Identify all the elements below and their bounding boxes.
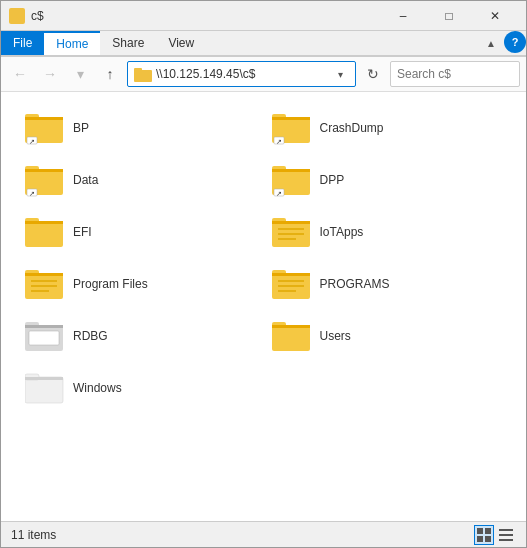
svg-rect-56 — [485, 536, 491, 542]
svg-rect-19 — [272, 169, 310, 172]
ribbon-collapse-button[interactable]: ▲ — [478, 31, 504, 55]
search-box[interactable]: 🔍 — [390, 61, 520, 87]
address-folder-icon — [134, 66, 152, 82]
view-list-button[interactable] — [496, 525, 516, 545]
file-item-iotapps[interactable]: IoTApps — [264, 206, 511, 258]
svg-rect-9 — [272, 117, 310, 120]
toolbar: ← → ▾ ↑ \\10.125.149.45\c$ ▾ ↻ 🔍 — [1, 57, 526, 92]
title-bar: c$ – □ ✕ — [1, 1, 526, 31]
window-title: c$ — [31, 9, 44, 23]
folder-icon-efi — [25, 215, 65, 249]
grid-view-icon — [477, 528, 491, 542]
folder-icon-rdbg — [25, 319, 65, 353]
file-name-bp: BP — [73, 121, 89, 135]
folder-icon-iotapps — [272, 215, 312, 249]
file-item-program-files[interactable]: Program Files — [17, 258, 264, 310]
files-grid: ↗ BP ↗ CrashDump ↗ Data ↗ DPP EFI — [17, 102, 510, 414]
svg-text:↗: ↗ — [276, 138, 282, 145]
title-folder-icon — [9, 8, 25, 24]
file-item-crashdump[interactable]: ↗ CrashDump — [264, 102, 511, 154]
svg-text:↗: ↗ — [276, 190, 282, 197]
view-grid-button[interactable] — [474, 525, 494, 545]
svg-rect-59 — [499, 539, 513, 541]
refresh-button[interactable]: ↻ — [360, 61, 386, 87]
dropdown-button[interactable]: ▾ — [67, 61, 93, 87]
svg-rect-54 — [485, 528, 491, 534]
folder-icon-program-files — [25, 267, 65, 301]
ribbon-tabs: File Home Share View ▲ ? — [1, 31, 526, 56]
folder-icon-users — [272, 319, 312, 353]
ribbon: File Home Share View ▲ ? — [1, 31, 526, 57]
file-item-efi[interactable]: EFI — [17, 206, 264, 258]
folder-icon-programs — [272, 267, 312, 301]
file-item-rdbg[interactable]: RDBG — [17, 310, 264, 362]
file-name-iotapps: IoTApps — [320, 225, 364, 239]
file-area: ↗ BP ↗ CrashDump ↗ Data ↗ DPP EFI — [1, 92, 526, 521]
file-name-data: Data — [73, 173, 98, 187]
file-name-efi: EFI — [73, 225, 92, 239]
file-name-users: Users — [320, 329, 351, 343]
svg-rect-39 — [272, 273, 310, 276]
tab-share[interactable]: Share — [100, 31, 156, 55]
folder-icon-crashdump: ↗ — [272, 111, 312, 145]
folder-icon-bp: ↗ — [25, 111, 65, 145]
title-bar-left: c$ — [9, 8, 44, 24]
status-bar: 11 items — [1, 521, 526, 547]
svg-rect-47 — [272, 325, 310, 351]
svg-rect-1 — [134, 68, 142, 72]
svg-rect-33 — [25, 273, 63, 276]
svg-rect-45 — [25, 325, 63, 328]
file-name-programs: PROGRAMS — [320, 277, 390, 291]
close-button[interactable]: ✕ — [472, 1, 518, 31]
tab-home[interactable]: Home — [44, 31, 100, 55]
svg-rect-22 — [25, 221, 63, 247]
minimize-button[interactable]: – — [380, 1, 426, 31]
tab-view[interactable]: View — [156, 31, 206, 55]
file-name-rdbg: RDBG — [73, 329, 108, 343]
forward-button[interactable]: → — [37, 61, 63, 87]
file-name-windows: Windows — [73, 381, 122, 395]
svg-rect-58 — [499, 534, 513, 536]
svg-text:↗: ↗ — [29, 190, 35, 197]
svg-text:↗: ↗ — [29, 138, 35, 145]
file-item-dpp[interactable]: ↗ DPP — [264, 154, 511, 206]
file-item-windows[interactable]: Windows — [17, 362, 264, 414]
title-bar-controls: – □ ✕ — [380, 1, 518, 31]
svg-rect-55 — [477, 536, 483, 542]
svg-rect-57 — [499, 529, 513, 531]
view-buttons — [474, 525, 516, 545]
svg-rect-49 — [272, 325, 310, 328]
svg-rect-50 — [25, 377, 63, 403]
file-name-program-files: Program Files — [73, 277, 148, 291]
file-item-programs[interactable]: PROGRAMS — [264, 258, 511, 310]
svg-rect-53 — [477, 528, 483, 534]
address-bar[interactable]: \\10.125.149.45\c$ ▾ — [127, 61, 356, 87]
help-button[interactable]: ? — [504, 31, 526, 53]
svg-rect-4 — [25, 117, 63, 120]
svg-rect-14 — [25, 169, 63, 172]
file-item-data[interactable]: ↗ Data — [17, 154, 264, 206]
file-name-dpp: DPP — [320, 173, 345, 187]
search-input[interactable] — [397, 67, 527, 81]
file-item-users[interactable]: Users — [264, 310, 511, 362]
svg-rect-27 — [272, 221, 310, 224]
address-dropdown-icon[interactable]: ▾ — [331, 69, 349, 80]
folder-icon-windows — [25, 371, 65, 405]
maximize-button[interactable]: □ — [426, 1, 472, 31]
tab-file[interactable]: File — [1, 31, 44, 55]
folder-icon-dpp: ↗ — [272, 163, 312, 197]
back-button[interactable]: ← — [7, 61, 33, 87]
file-name-crashdump: CrashDump — [320, 121, 384, 135]
item-count: 11 items — [11, 528, 56, 542]
folder-icon-data: ↗ — [25, 163, 65, 197]
svg-rect-24 — [25, 221, 63, 224]
file-item-bp[interactable]: ↗ BP — [17, 102, 264, 154]
list-view-icon — [499, 528, 513, 542]
svg-rect-46 — [29, 331, 59, 345]
address-text: \\10.125.149.45\c$ — [156, 67, 331, 81]
svg-rect-52 — [25, 377, 63, 380]
up-button[interactable]: ↑ — [97, 61, 123, 87]
